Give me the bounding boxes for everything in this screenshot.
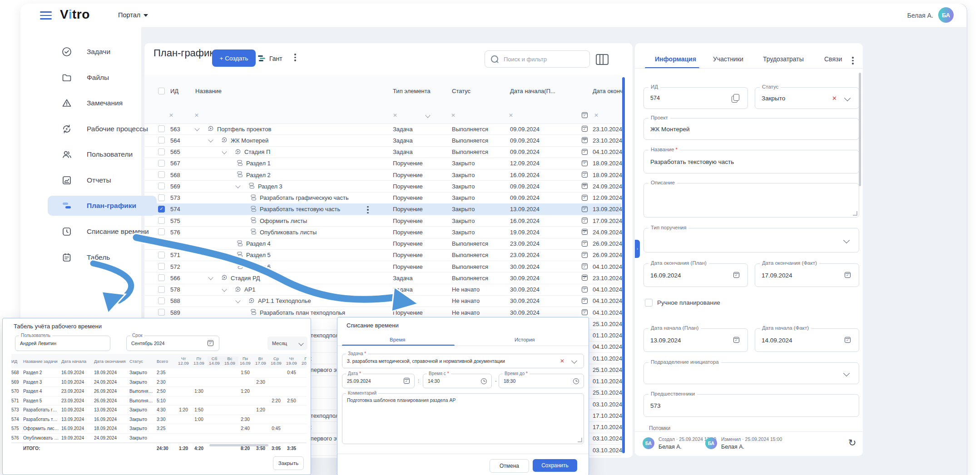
row-calendar-icon[interactable] [582,275,588,281]
portal-switcher[interactable]: Портал [118,11,148,19]
row-checkbox[interactable] [158,286,165,293]
row-checkbox[interactable] [158,309,165,316]
unit-chevron-icon[interactable] [843,370,850,376]
order-type-chevron-icon[interactable] [843,237,850,243]
row-calendar-icon[interactable] [582,160,588,166]
table-row[interactable]: 565 Стадия ПЗадача Выполняется 09.09.202… [144,146,621,158]
resize-handle[interactable] [578,438,582,442]
table-row[interactable]: 568 Раздел 2Поручение Закрыто 16.09.2024… [144,169,621,181]
table-row[interactable]: 566 Стадия РДЗадача Выполняется 30.09.20… [144,272,621,284]
row-calendar-icon[interactable] [582,229,588,235]
clock-icon[interactable] [481,378,487,384]
resize-handle[interactable] [853,211,857,216]
status-chevron-icon[interactable] [844,95,851,101]
col-status[interactable]: Статус [452,88,470,94]
timesheet-scale-select[interactable]: Месяц [267,336,307,350]
cancel-button[interactable]: Отмена [490,459,529,473]
description-field[interactable]: Описание [643,183,859,218]
calendar-icon[interactable] [845,272,851,278]
sidebar-item-9[interactable]: Табель [48,247,157,267]
row-name[interactable]: Раздел 4 [246,240,271,247]
tab-1[interactable]: Информация [655,55,696,63]
row-name[interactable]: Раздел 2 [246,171,271,178]
calendar-icon[interactable] [845,337,851,343]
timesheet-row[interactable]: 573 Разработать графическую часть 10.09.… [11,406,307,415]
row-calendar-icon[interactable] [582,241,588,247]
row-checkbox[interactable] [158,206,165,213]
table-row[interactable]: 567 Раздел 1Поручение Закрыто 12.09.2024… [144,158,621,169]
row-checkbox[interactable] [158,125,165,132]
col-start[interactable]: Дата начала(П... [510,88,555,94]
row-name[interactable]: Раздел 5 [246,252,271,258]
initiator-unit-field[interactable]: Подразделение инициатора [643,362,859,384]
sidebar-item-5[interactable]: Пользователи [48,144,157,164]
table-scrollbar[interactable] [622,77,625,453]
task-field[interactable]: Задача * 3. разработка методической, спр… [342,354,584,368]
search-input[interactable] [503,55,582,63]
table-row[interactable]: 576 Опубликовать листыПоручение Закрыто … [144,226,621,238]
sidebar-item-6[interactable]: Отчеты [48,170,157,190]
row-checkbox[interactable] [158,217,165,224]
row-name[interactable]: Портфель проектов [217,125,271,132]
calendar-icon[interactable] [404,378,410,384]
row-calendar-icon[interactable] [582,263,588,269]
column-settings-icon[interactable] [596,54,609,65]
expand-chevron-icon[interactable] [222,149,227,154]
filter-type-icon[interactable]: ✕ [393,112,397,119]
timesheet-row[interactable]: 576 Опубликовать листы 19.09.2024 24.09.… [11,434,307,443]
row-name[interactable]: Раздел 3 [258,183,282,189]
timesheet-row[interactable]: 570 Раздел 4 23.09.2024 26.09.2024 Выпол… [11,387,307,396]
row-name[interactable]: АР1 [244,286,256,293]
start-plan-field[interactable]: Дата начала (План) 13.09.2024 [643,328,748,352]
row-checkbox[interactable] [158,252,165,258]
status-field[interactable]: Статус Закрыто ✕ [755,87,859,109]
row-calendar-icon[interactable] [582,252,588,258]
tab-time[interactable]: Время [390,337,406,342]
sidebar-item-7[interactable]: План-графики [48,196,157,216]
comment-field[interactable]: Комментарий Подготовка шаблонов планиров… [342,393,584,444]
timesheet-row[interactable]: 569 Раздел 3 10.09.2024 24.09.2024 Закры… [11,378,307,387]
row-name[interactable]: Стадия П [244,148,270,155]
timesheet-hscrollbar[interactable] [209,444,268,446]
row-checkbox[interactable] [158,171,165,178]
id-field[interactable]: ИД 574 [643,87,748,109]
row-checkbox[interactable] [158,137,165,143]
timesheet-row[interactable]: 571 Раздел 5 23.09.2024 26.09.2024 Выпол… [11,396,307,406]
col-name[interactable]: Название [195,88,222,94]
sidebar-item-2[interactable]: Файлы [48,68,157,88]
order-type-field[interactable]: Тип поручения [643,228,859,252]
row-more-icon[interactable] [367,206,369,214]
timesheet-period-field[interactable]: Срок Сентябрь 2024 [126,336,219,351]
expand-chevron-icon[interactable] [222,287,227,292]
col-type[interactable]: Тип элемента [393,88,431,94]
col-end[interactable]: Дата оконч [593,88,623,94]
user-avatar[interactable]: БА [938,7,954,23]
table-row[interactable]: 569 Раздел 3Поручение Закрыто 09.09.2024… [144,180,621,192]
clock-icon[interactable] [573,378,579,384]
row-calendar-icon[interactable] [582,287,588,292]
timesheet-row[interactable]: 575 Оформить листы 16.09.2024 18.09.2024… [11,424,307,434]
panel-collapse-handle[interactable]: › [635,240,640,258]
table-row[interactable]: 574 Разработать текстовую частьПоручение… [144,203,621,215]
expand-chevron-icon[interactable] [235,183,240,188]
expand-chevron-icon[interactable] [208,275,213,280]
timesheet-close-button[interactable]: Закрыть [273,456,304,470]
calendar-icon[interactable] [208,340,213,346]
filter-start-icon[interactable]: ✕ [509,112,513,119]
calendar-icon[interactable] [733,337,739,343]
save-button[interactable]: Сохранить [533,459,577,472]
row-checkbox[interactable] [158,194,165,201]
row-calendar-icon[interactable] [582,137,588,143]
filter-calendar-icon[interactable] [582,112,588,118]
expand-chevron-icon[interactable] [208,138,213,143]
table-row[interactable]: 563 Портфель проектовЗадача Выполняется … [144,123,621,135]
panel-more-icon[interactable] [852,57,854,64]
project-field[interactable]: Проект ЖК Монтерей [643,118,859,140]
tab-3[interactable]: Трудозатраты [763,55,804,63]
date-field[interactable]: Дата * 25.09.2024 [342,374,415,388]
toolbar-more-icon[interactable] [294,54,296,61]
table-row[interactable]: 570 Раздел 4Поручение Выполняется 23.09.… [144,238,621,250]
clear-task-icon[interactable]: ✕ [560,358,564,364]
sidebar-item-3[interactable]: Замечания [48,93,157,113]
expand-chevron-icon[interactable] [235,298,240,303]
